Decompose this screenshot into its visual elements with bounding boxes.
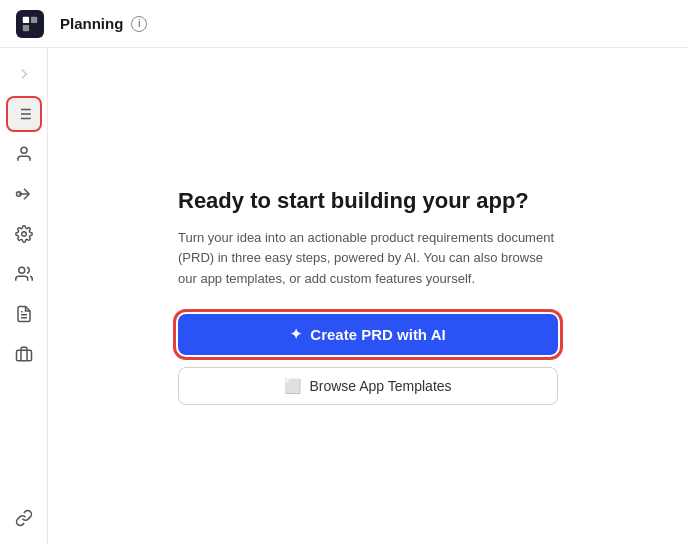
sidebar-item-projects[interactable]	[6, 336, 42, 372]
person-icon	[15, 145, 33, 163]
sidebar-item-documents[interactable]	[6, 296, 42, 332]
sidebar-item-collapse[interactable]	[6, 56, 42, 92]
info-icon[interactable]: i	[131, 16, 147, 32]
chevron-right-icon	[15, 65, 33, 83]
main-layout: Ready to start building your app? Turn y…	[0, 48, 688, 544]
sidebar-item-settings[interactable]	[6, 216, 42, 252]
sparkle-icon: ✦	[290, 326, 302, 342]
svg-rect-18	[16, 350, 31, 361]
svg-point-9	[21, 147, 27, 153]
header-title-area: Planning i	[60, 15, 147, 32]
main-content: Ready to start building your app? Turn y…	[48, 48, 688, 544]
browse-templates-label: Browse App Templates	[309, 378, 451, 394]
svg-point-14	[21, 232, 26, 237]
browse-templates-button[interactable]: ⬜ Browse App Templates	[178, 367, 558, 405]
sidebar-item-tools[interactable]	[6, 176, 42, 212]
svg-rect-2	[23, 24, 29, 30]
create-prd-label: Create PRD with AI	[310, 326, 445, 343]
template-icon: ⬜	[284, 378, 301, 394]
main-heading: Ready to start building your app?	[178, 187, 558, 216]
center-card: Ready to start building your app? Turn y…	[158, 167, 578, 425]
svg-line-11	[24, 189, 29, 194]
sidebar-item-integrations[interactable]	[6, 500, 42, 536]
tools-icon	[15, 185, 33, 203]
svg-rect-1	[31, 16, 37, 22]
main-description: Turn your idea into an actionable produc…	[178, 228, 558, 290]
header: Planning i	[0, 0, 688, 48]
logo-icon	[21, 15, 39, 33]
svg-line-12	[24, 194, 29, 199]
sidebar-item-planning[interactable]	[6, 96, 42, 132]
svg-point-15	[18, 267, 24, 273]
svg-rect-0	[23, 16, 29, 22]
create-prd-button[interactable]: ✦ Create PRD with AI	[178, 314, 558, 355]
page-title: Planning	[60, 15, 123, 32]
sidebar-item-users[interactable]	[6, 256, 42, 292]
briefcase-icon	[15, 345, 33, 363]
link-icon	[15, 509, 33, 527]
list-icon	[15, 105, 33, 123]
document-icon	[15, 305, 33, 323]
app-logo	[16, 10, 44, 38]
sidebar-item-team[interactable]	[6, 136, 42, 172]
sidebar	[0, 48, 48, 544]
gear-icon	[15, 225, 33, 243]
users-icon	[15, 265, 33, 283]
